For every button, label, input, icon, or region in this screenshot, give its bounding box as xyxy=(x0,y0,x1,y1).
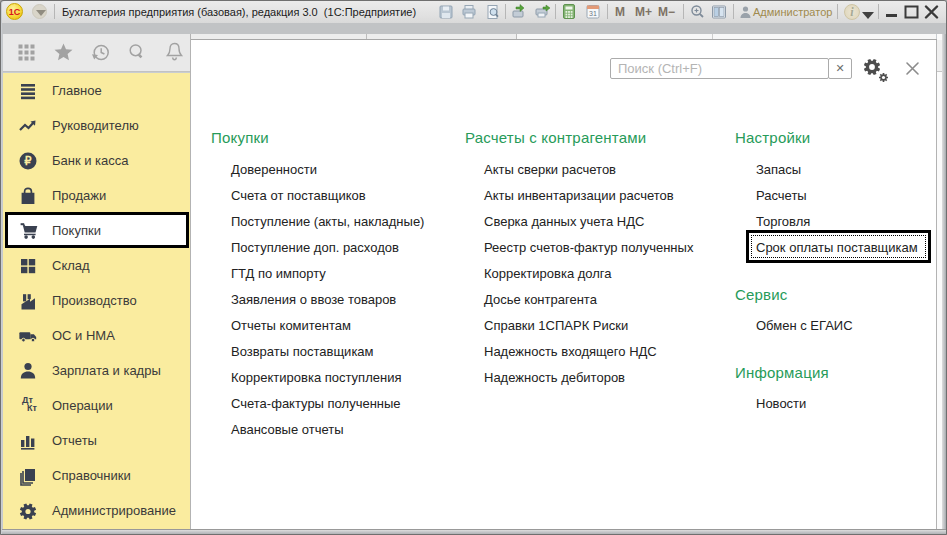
svg-text:31: 31 xyxy=(589,10,597,17)
svg-text:₽: ₽ xyxy=(24,155,32,167)
